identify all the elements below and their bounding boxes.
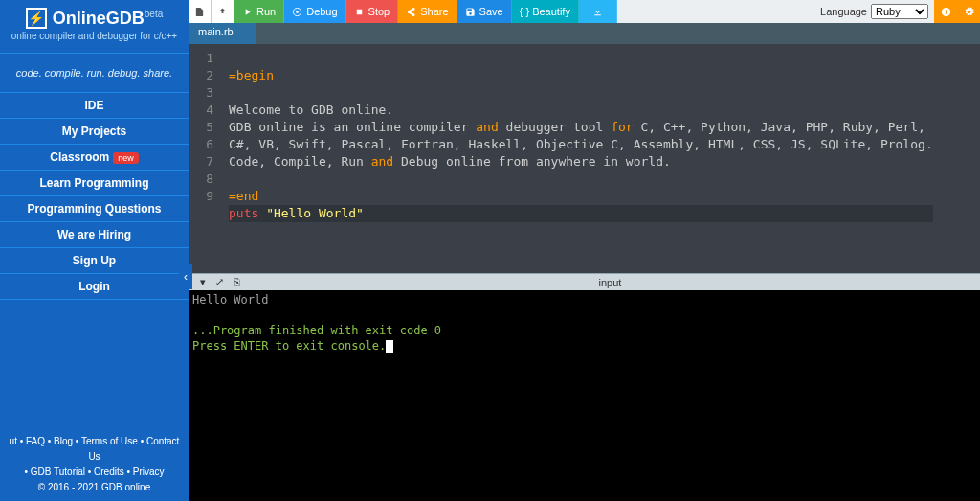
cursor [386, 340, 393, 353]
language-select[interactable]: Ruby [871, 4, 928, 19]
console-exit: ...Program finished with exit code 0 [192, 324, 441, 337]
svg-rect-2 [356, 9, 362, 14]
tab-main[interactable]: main.rb [189, 23, 256, 44]
brand-name: OnlineGDB [53, 9, 145, 28]
info-button[interactable]: i [934, 0, 957, 23]
stop-button[interactable]: Stop [346, 0, 399, 23]
collapse-handle[interactable]: ‹ [179, 264, 192, 289]
nav-hiring[interactable]: We are Hiring [0, 222, 189, 248]
footer-copyright: © 2016 - 2021 GDB online [4, 480, 185, 495]
share-button[interactable]: Share [398, 0, 457, 23]
console-header: ‹ ▾ ⤢ ⎘ input [189, 273, 980, 290]
nav-classroom[interactable]: Classroomnew [0, 145, 189, 171]
settings-button[interactable] [957, 0, 980, 23]
input-label: input [240, 277, 980, 288]
bug-icon [292, 7, 302, 17]
share-icon [406, 7, 416, 17]
bolt-icon: ⚡ [26, 8, 47, 29]
beautify-button[interactable]: { } Beautify [512, 0, 579, 23]
toolbar: Run Debug Stop Share Save { } Beautify L… [189, 0, 980, 23]
nav-login[interactable]: Login [0, 274, 189, 300]
copy-icon[interactable]: ⎘ [234, 276, 240, 288]
line-gutter: 123 456 789 [189, 44, 219, 273]
tab-bar: main.rb [189, 23, 980, 44]
footer: ut • FAQ • Blog • Terms of Use • Contact… [0, 428, 189, 501]
download-icon [592, 7, 603, 17]
gear-icon [964, 7, 974, 17]
code-editor[interactable]: 123 456 789 =begin Welcome to GDB online… [189, 44, 980, 273]
svg-text:i: i [945, 8, 947, 14]
run-button[interactable]: Run [234, 0, 284, 23]
sidebar: ⚡ OnlineGDBbeta online compiler and debu… [0, 0, 189, 501]
code-content[interactable]: =begin Welcome to GDB online. GDB online… [219, 44, 933, 273]
nav: IDE My Projects Classroomnew Learn Progr… [0, 93, 189, 300]
upload-icon [217, 7, 228, 17]
new-badge: new [113, 152, 139, 164]
logo-area: ⚡ OnlineGDBbeta online compiler and debu… [0, 0, 189, 47]
language-label: Language [820, 6, 867, 17]
beta-label: beta [145, 9, 163, 19]
slogan: code. compile. run. debug. share. [0, 53, 189, 93]
footer-links-1[interactable]: ut • FAQ • Blog • Terms of Use • Contact… [4, 434, 185, 465]
main: Run Debug Stop Share Save { } Beautify L… [189, 0, 980, 501]
nav-signup[interactable]: Sign Up [0, 248, 189, 274]
nav-learn[interactable]: Learn Programming [0, 171, 189, 196]
logo[interactable]: ⚡ OnlineGDBbeta [26, 8, 163, 29]
file-icon [194, 7, 205, 17]
nav-ide[interactable]: IDE [0, 93, 189, 119]
download-button[interactable] [579, 0, 617, 23]
save-icon [465, 7, 476, 17]
stop-icon [354, 7, 365, 17]
debug-button[interactable]: Debug [284, 0, 345, 23]
nav-projects[interactable]: My Projects [0, 119, 189, 145]
save-button[interactable]: Save [457, 0, 512, 23]
console-prompt: Press ENTER to exit console. [192, 339, 386, 353]
play-icon [242, 7, 253, 17]
console-output: Hello World [192, 293, 268, 307]
footer-links-2[interactable]: • GDB Tutorial • Credits • Privacy [4, 465, 185, 480]
nav-questions[interactable]: Programming Questions [0, 196, 189, 222]
language-selector: Language Ruby [814, 0, 934, 23]
chevron-down-icon[interactable]: ▾ [200, 276, 206, 288]
upload-button[interactable] [212, 0, 234, 23]
new-file-button[interactable] [189, 0, 212, 23]
expand-icon[interactable]: ⤢ [215, 276, 224, 288]
console[interactable]: Hello World ...Program finished with exi… [189, 290, 980, 501]
info-icon: i [941, 7, 951, 17]
tagline: online compiler and debugger for c/c++ [10, 31, 179, 41]
svg-point-1 [296, 11, 299, 13]
